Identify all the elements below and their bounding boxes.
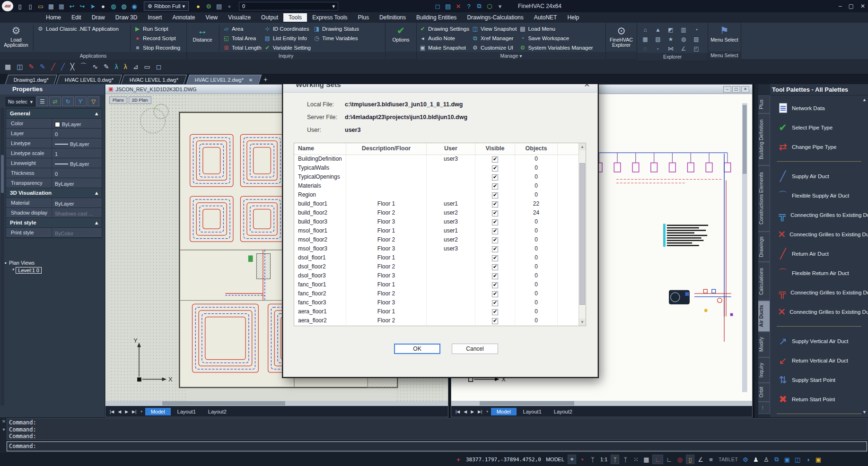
- square-icon[interactable]: ◻: [156, 63, 162, 70]
- new-tab-button[interactable]: +: [263, 75, 267, 84]
- working-set-row-materials[interactable]: Materials0: [294, 182, 586, 191]
- ok-button[interactable]: OK: [394, 344, 440, 354]
- angle-icon[interactable]: ∠: [696, 455, 705, 464]
- visible-checkbox[interactable]: [492, 264, 498, 270]
- menu-item-insert[interactable]: Insert: [142, 13, 167, 22]
- column-header-description-floor[interactable]: Description/Floor: [346, 143, 427, 155]
- ribbon-item-total-area[interactable]: ◱Total Area: [222, 34, 262, 43]
- explorer-tool-icon-12[interactable]: ▫: [652, 44, 664, 53]
- plot-icon[interactable]: ➤: [88, 1, 97, 11]
- visible-checkbox[interactable]: [492, 201, 498, 207]
- close-icon[interactable]: ✕: [2, 419, 6, 424]
- open-icon[interactable]: ▭: [36, 1, 45, 11]
- menu-item-building-entities[interactable]: Building Entities: [411, 13, 462, 22]
- visible-checkbox[interactable]: [492, 246, 498, 252]
- red-line-icon[interactable]: ╱: [51, 63, 55, 70]
- minimize-button[interactable]: –: [723, 86, 731, 93]
- layout-tab-layout2[interactable]: Layout2: [548, 408, 578, 415]
- file-tab-hvac-level-2-dwg[interactable]: HVAC LEVEL 2.dwg* ✕: [186, 75, 261, 84]
- menu-item-tools[interactable]: Tools: [283, 13, 307, 22]
- ortho-icon[interactable]: ∟: [652, 455, 663, 464]
- selection-cycling-icon[interactable]: ▯: [686, 455, 694, 464]
- ribbon-item-stop-recording[interactable]: ■Stop Recording: [133, 43, 180, 52]
- explorer-tool-icon-6[interactable]: ▦: [639, 35, 651, 43]
- tab-nav-icon[interactable]: ▶: [123, 409, 130, 414]
- palette-tab-drawings[interactable]: Drawings: [758, 232, 770, 262]
- object-snap-icon[interactable]: ◎: [675, 455, 684, 464]
- connecting-grilles-to-existing-duct-item[interactable]: ╦Connecting Grilles to Existing Duct: [770, 283, 868, 302]
- new-from-template-icon[interactable]: ▯: [26, 1, 35, 11]
- ribbon-item-load-menu[interactable]: ▤Load Menu: [518, 24, 593, 33]
- lambda-yellow-icon[interactable]: λ: [124, 63, 127, 70]
- model-space-label[interactable]: MODEL: [546, 457, 564, 462]
- menu-item-plus[interactable]: Plus: [353, 13, 374, 22]
- property-value[interactable]: ByLayer: [52, 119, 102, 128]
- palette-tab-plus[interactable]: Plus: [758, 95, 770, 113]
- isodraft-icon[interactable]: ⁙: [631, 455, 640, 464]
- visible-checkbox[interactable]: [492, 228, 498, 234]
- working-set-row-buildingdefinition[interactable]: BuildingDefinitionuser30: [294, 155, 586, 164]
- minimize-button[interactable]: –: [839, 3, 842, 9]
- select-pipe-type-item[interactable]: ✔Select Pipe Type: [770, 118, 868, 137]
- new-drawing-icon[interactable]: ▯: [15, 1, 25, 11]
- working-set-row-fanc-floor2[interactable]: fanc_floor2Floor 20: [294, 290, 586, 299]
- contrast-icon[interactable]: ◑: [804, 455, 812, 464]
- notification-icon[interactable]: ▣: [814, 455, 823, 464]
- triangle-icon[interactable]: ⊿: [133, 63, 139, 70]
- ribbon-button-load-application[interactable]: ⚙Load Application: [2, 24, 30, 52]
- tab-nav-icon[interactable]: ▶|: [476, 409, 483, 414]
- working-set-row-build-floor1[interactable]: build_floor1Floor 1user122: [294, 200, 586, 209]
- ribbon-item-xref-manager[interactable]: ⧉Xref Manager: [471, 34, 517, 43]
- working-set-row-aera-floor1[interactable]: aera_floor1Floor 10: [294, 308, 586, 317]
- column-header-visible[interactable]: Visible: [475, 143, 515, 155]
- explorer-tool-icon-3[interactable]: ◩: [665, 25, 677, 34]
- visible-checkbox[interactable]: [492, 300, 498, 306]
- change-pipe-type-item[interactable]: ⇄Change Pipe Type: [770, 137, 868, 156]
- ribbon-item-audio-note[interactable]: ◂Audio Note: [419, 34, 469, 43]
- working-set-row-dsol-floor3[interactable]: dsol_floor3Floor 30: [294, 272, 586, 281]
- selection-dropdown[interactable]: No selec ▾: [6, 97, 35, 106]
- close-button[interactable]: ✕: [860, 3, 865, 9]
- visible-checkbox[interactable]: [492, 219, 498, 225]
- qat-caret-icon[interactable]: ▾: [495, 1, 505, 11]
- visible-checkbox[interactable]: [492, 165, 498, 172]
- property-value[interactable]: Shadows cast ...: [52, 208, 102, 217]
- filter-icon[interactable]: ▽: [88, 96, 99, 106]
- explorer-tool-icon-4[interactable]: ▥: [677, 25, 690, 34]
- explorer-tool-icon-5[interactable]: ◔: [690, 25, 702, 34]
- sun-gear-icon[interactable]: ⚙: [204, 1, 213, 11]
- visible-checkbox[interactable]: [492, 255, 498, 261]
- tab-nav-icon[interactable]: ◀: [462, 409, 468, 414]
- ribbon-item-record-script[interactable]: ●Record Script: [133, 34, 180, 43]
- ribbon-item-system-variables-manager[interactable]: ⚙System Variables Manager: [518, 43, 593, 52]
- command-input[interactable]: Command:: [7, 441, 867, 451]
- render-high-icon[interactable]: ◉: [130, 1, 139, 11]
- workspace-switcher[interactable]: ⚙ Ribbon Full ▾: [144, 1, 189, 11]
- explorer-tool-icon-11[interactable]: ◌: [639, 44, 651, 53]
- section-header-3d-visualization[interactable]: 3D Visualization▴: [6, 188, 102, 198]
- property-value[interactable]: ByColor: [52, 228, 102, 237]
- connecting-grilles-to-existing-duct-item[interactable]: ╦Connecting Grilles to Existing Duct: [770, 205, 868, 224]
- column-header-name[interactable]: Name: [294, 143, 346, 155]
- ribbon-item-save-workspace[interactable]: ◔Save Workspace: [518, 34, 593, 43]
- palette-tab-air-ducts[interactable]: Air Ducts: [758, 301, 770, 332]
- property-value[interactable]: ByLayer: [52, 178, 102, 188]
- explorer-tool-icon-1[interactable]: ⌂: [639, 25, 651, 34]
- package-icon[interactable]: ⬡: [485, 1, 494, 11]
- ribbon-item-run-script[interactable]: ▶Run Script: [133, 24, 180, 33]
- tab-nav-icon[interactable]: ▶|: [131, 409, 138, 414]
- visible-checkbox[interactable]: [492, 309, 498, 315]
- sphere-icon[interactable]: ●: [98, 1, 108, 11]
- palette-tab-constructions-elements[interactable]: Constructions Elements: [758, 165, 770, 232]
- property-value[interactable]: 0: [52, 168, 102, 178]
- ribbon-item-make-snapshot[interactable]: ▣Make Snapshot: [419, 43, 469, 52]
- column-header-objects[interactable]: Objects: [515, 143, 558, 155]
- menu-item-visualize[interactable]: Visualize: [223, 13, 256, 22]
- working-set-row-build-floor3[interactable]: build_floor3Floor 3user30: [294, 218, 586, 227]
- menu-item-view[interactable]: View: [200, 13, 223, 22]
- user-icon[interactable]: ♙: [762, 455, 771, 464]
- palette-tab-orbit[interactable]: Orbit: [758, 383, 770, 402]
- region-icon[interactable]: ◫: [17, 63, 23, 70]
- maximize-button[interactable]: ▢: [849, 3, 854, 9]
- viewport-button-2d-plan[interactable]: 2D Plan: [129, 96, 151, 104]
